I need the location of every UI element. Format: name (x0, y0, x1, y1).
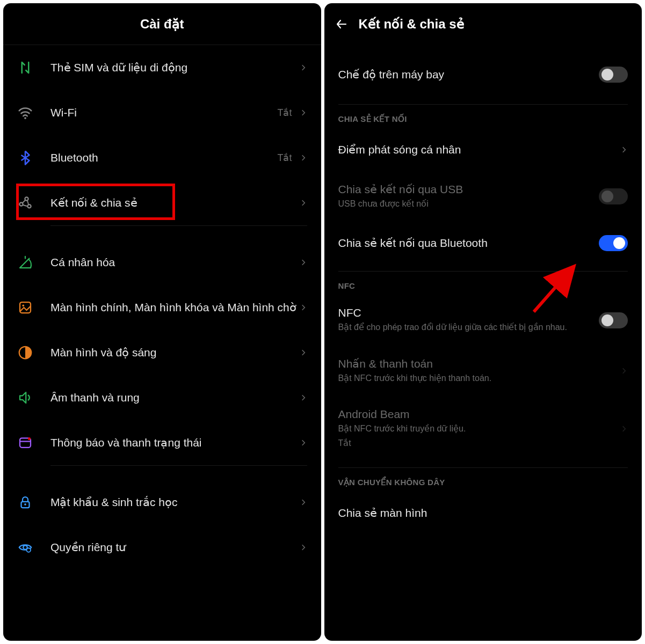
row-label: Chia sẻ kết nối qua USB (338, 183, 599, 196)
sound-icon (17, 390, 50, 406)
row-label: Màn hình và độ sáng (50, 346, 300, 359)
notification-icon (17, 435, 50, 451)
settings-main-screen: Cài đặt Thẻ SIM và dữ liệu di động Wi-Fi… (3, 3, 321, 641)
row-label: Thông báo và thanh trạng thái (50, 436, 300, 449)
row-sublabel: USB chưa được kết nối (338, 198, 599, 210)
connect-share-screen: Kết nối & chia sẻ Chế độ trên máy bay CH… (324, 3, 642, 641)
svg-point-10 (24, 503, 26, 506)
row-bt-tether[interactable]: Chia sẻ kết nối qua Bluetooth (324, 222, 642, 265)
svg-point-3 (27, 204, 31, 208)
row-label: Quyền riêng tư (50, 541, 300, 554)
row-label: Cá nhân hóa (50, 256, 300, 269)
toggle-bt-tether[interactable] (599, 235, 628, 251)
row-sublabel: Bật NFC trước khi thực hiện thanh toán. (338, 372, 621, 384)
row-sound[interactable]: Âm thanh và rung (3, 375, 321, 420)
toggle-nfc[interactable] (599, 312, 628, 328)
row-connect-share[interactable]: Kết nối & chia sẻ (3, 180, 321, 225)
row-label: NFC (338, 306, 599, 319)
chevron-right-icon (620, 367, 628, 375)
chevron-right-icon (300, 154, 307, 162)
wifi-icon (17, 105, 50, 121)
chevron-right-icon (620, 146, 628, 153)
row-label: Âm thanh và rung (50, 391, 300, 404)
row-label: Android Beam (338, 408, 621, 421)
row-status: Tắt (278, 152, 292, 164)
row-label: Chia sẻ kết nối qua Bluetooth (338, 237, 599, 250)
brightness-icon (17, 345, 50, 361)
svg-point-2 (25, 197, 28, 200)
chevron-right-icon (300, 544, 307, 551)
bluetooth-icon (17, 150, 50, 166)
row-label: Màn hình chính, Màn hình khóa và Màn hìn… (50, 301, 300, 314)
compass-icon (17, 254, 50, 270)
chevron-right-icon (300, 199, 307, 207)
row-usb-tether: Chia sẻ kết nối qua USB USB chưa được kế… (324, 171, 642, 222)
chevron-right-icon (300, 304, 307, 311)
row-status: Tắt (278, 107, 292, 119)
row-label: Wi-Fi (50, 106, 278, 119)
chevron-right-icon (300, 109, 307, 116)
chevron-right-icon (300, 439, 307, 447)
row-bluetooth[interactable]: Bluetooth Tắt (3, 135, 321, 180)
row-notifications[interactable]: Thông báo và thanh trạng thái (3, 420, 321, 465)
share-icon (17, 195, 50, 211)
section-header-nfc: NFC (324, 272, 642, 295)
settings-header: Cài đặt (3, 3, 321, 45)
toggle-usb (599, 188, 628, 204)
svg-point-0 (24, 117, 26, 119)
svg-point-12 (27, 548, 31, 552)
sim-icon (17, 60, 50, 76)
lock-icon (17, 494, 50, 510)
svg-point-5 (22, 304, 24, 306)
privacy-icon (17, 539, 50, 555)
row-label: Kết nối & chia sẻ (50, 196, 300, 209)
row-hotspot[interactable]: Điểm phát sóng cá nhân (324, 128, 642, 171)
row-label: Nhấn & thanh toán (338, 357, 621, 370)
row-android-beam: Android Beam Bật NFC trước khi truyền dữ… (324, 396, 642, 461)
chevron-right-icon (300, 394, 307, 401)
row-label: Bluetooth (50, 151, 278, 164)
chevron-right-icon (620, 425, 628, 433)
row-display[interactable]: Màn hình và độ sáng (3, 330, 321, 375)
svg-point-1 (19, 202, 23, 206)
row-label: Mật khẩu & sinh trắc học (50, 496, 300, 509)
row-screen-cast[interactable]: Chia sẻ màn hình (324, 492, 642, 535)
row-label: Chế độ trên máy bay (338, 68, 599, 81)
row-label: Điểm phát sóng cá nhân (338, 143, 621, 156)
row-sublabel: Bật để cho phép trao đổi dữ liệu giữa cá… (338, 321, 599, 333)
row-privacy[interactable]: Quyền riêng tư (3, 525, 321, 570)
page-title: Cài đặt (140, 17, 184, 32)
row-wifi[interactable]: Wi-Fi Tắt (3, 90, 321, 135)
wallpaper-icon (17, 299, 50, 316)
row-status: Tắt (338, 437, 621, 449)
section-header-wireless: VẬN CHUYỂN KHÔNG DÂY (324, 468, 642, 492)
chevron-right-icon (300, 349, 307, 356)
back-arrow-icon[interactable] (335, 18, 348, 31)
page-title: Kết nối & chia sẻ (359, 17, 465, 32)
row-home-screen[interactable]: Màn hình chính, Màn hình khóa và Màn hìn… (3, 285, 321, 330)
row-sublabel: Bật NFC trước khi truyền dữ liệu. (338, 423, 621, 435)
chevron-right-icon (300, 259, 307, 266)
svg-point-8 (28, 437, 31, 440)
toggle-airplane[interactable] (599, 67, 628, 83)
settings-list: Thẻ SIM và dữ liệu di động Wi-Fi Tắt Blu… (3, 45, 321, 570)
row-label: Thẻ SIM và dữ liệu di động (50, 61, 300, 74)
section-header-sharing: CHIA SẺ KẾT NỐI (324, 105, 642, 128)
chevron-right-icon (300, 64, 307, 71)
row-airplane[interactable]: Chế độ trên máy bay (324, 45, 642, 104)
row-nfc[interactable]: NFC Bật để cho phép trao đổi dữ liệu giữ… (324, 295, 642, 345)
row-tap-pay: Nhấn & thanh toán Bật NFC trước khi thực… (324, 346, 642, 396)
row-label: Chia sẻ màn hình (338, 507, 628, 519)
chevron-right-icon (300, 499, 307, 506)
detail-header: Kết nối & chia sẻ (324, 3, 642, 45)
row-security[interactable]: Mật khẩu & sinh trắc học (3, 480, 321, 525)
row-sim-data[interactable]: Thẻ SIM và dữ liệu di động (3, 45, 321, 90)
row-personalize[interactable]: Cá nhân hóa (3, 240, 321, 285)
